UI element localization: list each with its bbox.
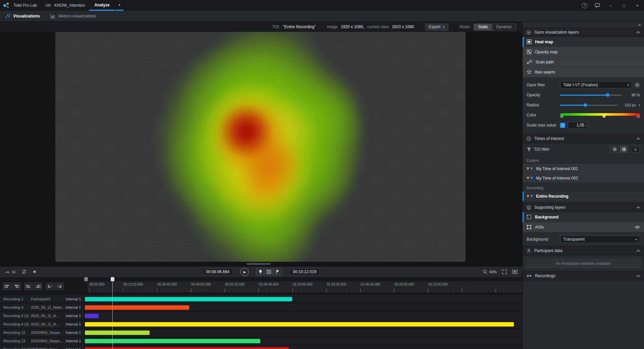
playhead-line[interactable]	[112, 277, 113, 349]
playhead-handle[interactable]	[111, 277, 114, 281]
table-row[interactable]: Recording 4 (3) 2025_08_11_N... Interval…	[0, 320, 522, 329]
interval-bar[interactable]	[85, 314, 99, 318]
color-stop-yellow[interactable]	[603, 115, 605, 117]
add-toi-button[interactable]: +	[631, 146, 640, 153]
interval-bar[interactable]	[85, 322, 514, 327]
analyze-subtabs: Visualizations Metrics visualizations	[0, 11, 644, 22]
interval-label: Interval 1	[66, 345, 84, 349]
minimize-button[interactable]: –	[604, 0, 617, 11]
opacity-row: Opacity 80 %	[523, 90, 644, 100]
scatter-icon	[5, 13, 10, 19]
interval-bar[interactable]	[85, 339, 260, 343]
layer-item-background[interactable]: Background	[523, 212, 644, 222]
interval-bar[interactable]	[85, 331, 150, 335]
table-row[interactable]: Recording 13 (2) 20250903_Skop... Interv…	[0, 345, 522, 349]
background-select-row: Background Transparent ▾	[523, 234, 644, 244]
snap-to-end-button[interactable]	[34, 283, 42, 290]
tab-analyze[interactable]: Analyze	[89, 0, 115, 11]
spin-up-button[interactable]: ▴	[586, 123, 587, 125]
feedback-button[interactable]	[591, 0, 604, 11]
chevron-down-icon[interactable]: ▾	[638, 103, 640, 107]
analyze-menu-caret[interactable]: ▾	[116, 0, 123, 11]
tab-metrics-visualizations[interactable]: Metrics visualizations	[45, 11, 101, 21]
chevron-up-icon[interactable]	[636, 250, 640, 252]
color-stop-green[interactable]	[560, 115, 563, 117]
gaze-filter-settings-button[interactable]	[635, 82, 640, 88]
table-row[interactable]: Recording 13 20250903_Skope... Interval …	[0, 337, 522, 345]
chevron-up-icon[interactable]	[636, 31, 640, 34]
shift-interval-left-button[interactable]	[46, 283, 54, 290]
event-marker-button[interactable]	[256, 268, 265, 276]
project-tab[interactable]: KNOW_Attention	[41, 0, 89, 11]
scale-max-checkbox[interactable]: ✓	[560, 123, 565, 128]
gaze-layers-header[interactable]: Gaze visualization layers	[523, 28, 644, 37]
close-button[interactable]: ×	[631, 0, 644, 11]
radius-slider[interactable]	[560, 105, 618, 106]
canvas-horizontal-scrollbar	[0, 262, 522, 266]
maximize-button[interactable]: □	[617, 0, 631, 11]
timeline-track	[84, 295, 522, 303]
chevron-up-icon[interactable]	[636, 206, 640, 209]
layer-item-bee-swarm[interactable]: Bee swarm	[523, 67, 644, 77]
zoom-control[interactable]: 64%	[483, 269, 497, 274]
toi-item[interactable]: My Time of Interest 001	[523, 164, 644, 173]
interval-bar[interactable]	[85, 297, 292, 301]
interval-bar[interactable]	[85, 347, 289, 349]
fullscreen-button[interactable]	[502, 269, 507, 274]
times-of-interest-icon	[526, 136, 531, 141]
chevron-up-icon[interactable]	[636, 275, 640, 277]
table-row[interactable]: Recording 4 (2) 2025_08_11_N... Interval…	[0, 312, 522, 320]
eye-icon[interactable]	[635, 226, 640, 229]
tab-visualizations[interactable]: Visualizations	[0, 11, 45, 21]
shift-interval-right-button[interactable]	[55, 283, 64, 290]
ruler-tick-label: 01:20:00.000	[293, 283, 312, 286]
align-intervals-left-button[interactable]	[3, 283, 11, 290]
slider-handle[interactable]	[606, 93, 609, 97]
color-stop-red[interactable]	[637, 115, 640, 117]
marker-flag-button[interactable]	[273, 268, 282, 276]
participant-data-header[interactable]: Participant data	[523, 246, 644, 255]
fit-to-view-button[interactable]	[512, 270, 518, 274]
opacity-slider[interactable]	[560, 95, 622, 96]
range-start-handle[interactable]	[84, 277, 88, 281]
layer-item-heat-map[interactable]: Heat map	[523, 37, 644, 47]
volume-button[interactable]	[33, 269, 37, 274]
collapse-panel-icon[interactable]: »	[638, 22, 641, 27]
mode-dynamic-button[interactable]: Dynamic	[492, 24, 516, 30]
toi-list-view-button[interactable]	[620, 146, 628, 153]
table-row[interactable]: Recording 1 Participant3 Interval 1	[0, 295, 522, 303]
layer-item-opacity-map[interactable]: Opacity map	[523, 47, 644, 57]
color-gradient-slider[interactable]	[560, 113, 640, 116]
interval-bar[interactable]	[85, 305, 189, 310]
export-button[interactable]: Export ▾	[425, 23, 448, 31]
align-intervals-right-button[interactable]	[12, 283, 21, 290]
supporting-layers-header[interactable]: Supporting layers	[523, 203, 644, 212]
toi-interval-button[interactable]	[265, 268, 273, 276]
ruler-tick-label: 02:13:20.000	[428, 283, 448, 286]
snap-to-start-button[interactable]	[24, 283, 33, 290]
toi-item-entire-recording[interactable]: Entire Recording	[523, 192, 644, 201]
slider-handle[interactable]	[584, 103, 587, 107]
gaze-filter-dropdown[interactable]: Tobii I-VT (Fixation) ▾	[560, 81, 632, 89]
table-row[interactable]: Recording 4 2025_08_11_Neter... Interval…	[0, 303, 522, 312]
layer-item-aois[interactable]: AOIs	[523, 222, 644, 232]
layer-item-scan-path[interactable]: Scan path	[523, 57, 644, 67]
toi-header[interactable]: Times of interest	[523, 134, 644, 143]
mode-static-button[interactable]: Static	[474, 24, 492, 30]
toi-item[interactable]: My Time of Interest 002	[523, 173, 644, 183]
scrollbar-thumb[interactable]	[247, 263, 271, 265]
play-button[interactable]: ▶	[240, 268, 249, 276]
spin-down-button[interactable]: ▾	[586, 125, 587, 128]
background-dropdown[interactable]: Transparent ▾	[560, 236, 640, 243]
loop-button[interactable]	[21, 269, 27, 274]
playback-speed-button[interactable]: 1x	[5, 270, 16, 274]
chevron-up-icon[interactable]	[636, 138, 640, 140]
layers-icon	[526, 205, 531, 210]
help-button[interactable]: ?	[578, 0, 591, 11]
table-row[interactable]: Recording 12 20250903_Skope... Interval …	[0, 329, 522, 337]
interval-label: Interval 1	[66, 337, 84, 345]
timeline-ruler[interactable]: 00:00.000 00:13:20.000 00:26:40.000 00:4…	[88, 281, 522, 293]
toi-grid-view-button[interactable]	[611, 146, 619, 153]
scale-max-value-input[interactable]: 1,05 ▴ ▾	[568, 122, 588, 129]
recordings-header[interactable]: Recordings	[523, 271, 644, 281]
